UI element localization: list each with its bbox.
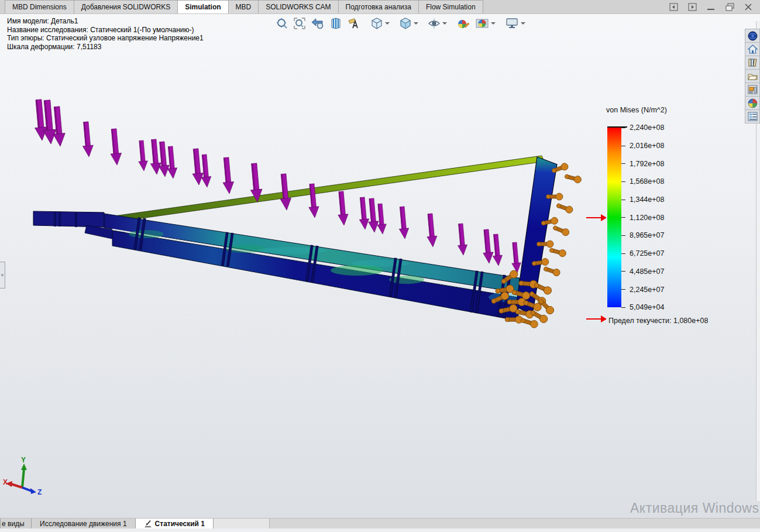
- status-bar: [0, 528, 760, 532]
- static-study-icon: [144, 520, 152, 528]
- yield-pointer-arrow-icon: [585, 314, 607, 324]
- legend-value: 2,240e+08: [630, 123, 664, 132]
- window-controls: [669, 2, 753, 12]
- solidworks-window: MBD Dimensions Добавления SOLIDWORKS Sim…: [0, 0, 760, 532]
- tab-solidworks-addins[interactable]: Добавления SOLIDWORKS: [74, 0, 178, 13]
- view-palette-icon[interactable]: [745, 83, 760, 97]
- study-tab-bar: е виды Исследование движения 1 Статическ…: [0, 518, 760, 528]
- design-library-icon[interactable]: [745, 56, 760, 70]
- home-icon[interactable]: [745, 42, 760, 56]
- collapse-pane-right-icon[interactable]: [687, 2, 697, 12]
- tab-flow-simulation[interactable]: Flow Simulation: [418, 0, 483, 13]
- tab-solidworks-cam[interactable]: SOLIDWORKS CAM: [258, 0, 338, 13]
- custom-properties-icon[interactable]: [745, 109, 760, 123]
- legend-value: 2,016e+08: [630, 142, 664, 150]
- legend-color-bar: [607, 128, 621, 307]
- tab-mbd[interactable]: MBD: [228, 0, 259, 13]
- appearances-scenes-icon[interactable]: [745, 96, 760, 110]
- triad-y-label: Y: [21, 456, 26, 464]
- windows-activation-watermark-title: Активация Windows: [630, 500, 759, 516]
- tab-analysis-preparation[interactable]: Подготовка анализа: [338, 0, 419, 13]
- tab-strip-empty: [214, 519, 270, 528]
- legend-value: 2,245e+07: [630, 286, 664, 294]
- tab-motion-study-1[interactable]: Исследование движения 1: [32, 519, 136, 528]
- collapse-pane-left-icon[interactable]: [669, 2, 678, 12]
- solidworks-resources-icon[interactable]: [745, 29, 760, 43]
- legend-pointer-arrow-icon: [585, 213, 607, 222]
- legend-value: 4,485e+07: [630, 267, 664, 276]
- minimize-icon[interactable]: [706, 2, 716, 12]
- legend-value: 5,049e+04: [630, 303, 664, 311]
- legend-value: 6,725e+07: [630, 249, 664, 258]
- legend-value: 1,568e+08: [630, 177, 664, 186]
- triad-z-label: Z: [37, 488, 42, 496]
- coordinate-triad: Y X Z: [3, 456, 42, 496]
- restore-icon[interactable]: [725, 2, 734, 12]
- legend-title: von Mises (N/m^2): [606, 106, 667, 114]
- command-manager-tab-bar: MBD Dimensions Добавления SOLIDWORKS Sim…: [0, 0, 760, 14]
- tab-simulation[interactable]: Simulation: [177, 0, 228, 13]
- model-structure: [33, 156, 557, 321]
- legend-value: 1,120e+08: [630, 214, 664, 222]
- task-pane-icon-strip: [745, 29, 760, 123]
- tab-mbd-dimensions[interactable]: MBD Dimensions: [5, 0, 74, 13]
- file-explorer-icon[interactable]: [745, 69, 760, 83]
- close-icon[interactable]: [744, 2, 753, 12]
- legend-value: 1,792e+08: [630, 160, 664, 168]
- tab-static-1[interactable]: Статический 1: [136, 519, 214, 528]
- graphics-area[interactable]: Имя модели: Деталь1 Название исследовани…: [0, 14, 760, 518]
- triad-x-label: X: [3, 478, 8, 486]
- legend-value-list: 2,240e+08 2,016e+08 1,792e+08 1,568e+08 …: [621, 119, 664, 317]
- legend-value: 1,344e+08: [630, 195, 664, 204]
- tab-3d-views[interactable]: е виды: [0, 519, 32, 528]
- yield-strength-label: Предел текучести: 1,080e+08: [608, 317, 708, 325]
- feature-manager-collapsed-tab[interactable]: [0, 262, 5, 289]
- legend-value: 8,965e+07: [630, 231, 664, 239]
